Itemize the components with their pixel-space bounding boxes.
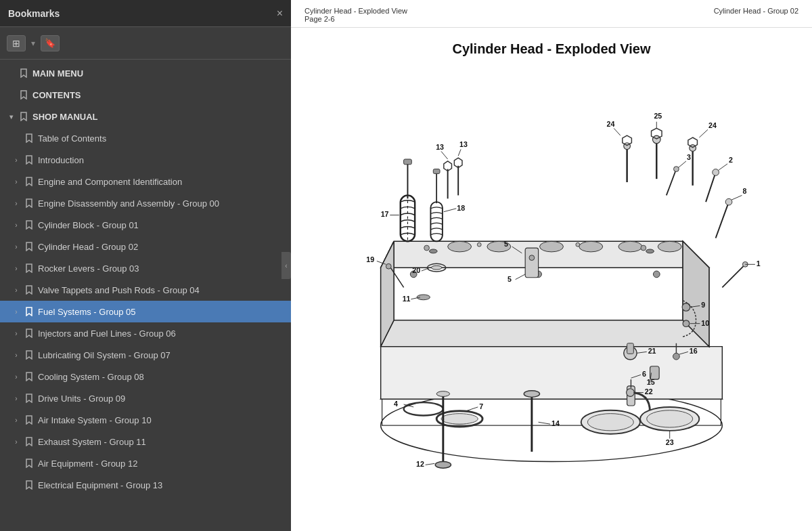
chevron-icon bbox=[11, 178, 22, 186]
collapse-handle[interactable]: ‹ bbox=[281, 252, 291, 279]
sidebar-item-label: Cylinder Head - Group 02 bbox=[38, 242, 286, 252]
sidebar-item-injectors[interactable]: Injectors and Fuel Lines - Group 06 bbox=[0, 322, 291, 344]
svg-text:14: 14 bbox=[551, 419, 560, 427]
sidebar-item-exhaust-system[interactable]: Exhaust System - Group 11 bbox=[0, 431, 291, 452]
sidebar-title: Bookmarks bbox=[8, 8, 60, 19]
svg-text:6: 6 bbox=[642, 370, 646, 378]
close-button[interactable]: × bbox=[277, 8, 283, 19]
sidebar-item-engine-disassembly[interactable]: Engine Disassembly and Assembly - Group … bbox=[0, 192, 291, 214]
bookmark-icon bbox=[24, 133, 34, 144]
chevron-icon bbox=[11, 286, 22, 294]
sidebar-item-drive-units[interactable]: Drive Units - Group 09 bbox=[0, 387, 291, 409]
bookmark-icon bbox=[19, 89, 28, 100]
sidebar-item-shop-manual[interactable]: SHOP MANUAL bbox=[0, 106, 291, 127]
svg-text:22: 22 bbox=[645, 387, 653, 396]
svg-point-41 bbox=[683, 320, 690, 327]
sidebar-item-label: Rocker Levers - Group 03 bbox=[38, 263, 286, 274]
page-content[interactable]: Cylinder Head - Exploded View bbox=[291, 28, 812, 531]
sidebar-toolbar: ⊞ ▾ 🔖 bbox=[0, 27, 291, 60]
svg-text:5: 5 bbox=[508, 275, 512, 283]
bookmark-icon bbox=[24, 436, 34, 447]
sidebar-item-air-intake[interactable]: Air Intake System - Group 10 bbox=[0, 409, 291, 431]
sidebar-item-label: Introduction bbox=[38, 155, 286, 165]
sidebar-item-rocker-levers[interactable]: Rocker Levers - Group 03 bbox=[0, 257, 291, 279]
sidebar-item-label: Valve Tappets and Push Rods - Group 04 bbox=[38, 285, 286, 295]
bookmark-icon bbox=[24, 241, 34, 252]
bookmark-icon bbox=[24, 393, 34, 404]
sidebar-item-label: Air Intake System - Group 10 bbox=[38, 415, 286, 425]
cylinder-head-diagram: 25 24 24 2 8 3 bbox=[328, 70, 775, 478]
chevron-icon bbox=[11, 330, 22, 337]
main-content: Cylinder Head - Exploded View Page 2-6 C… bbox=[291, 0, 812, 531]
sidebar-item-engine-id[interactable]: Engine and Component Identification bbox=[0, 171, 291, 192]
bookmark-icon bbox=[24, 458, 34, 469]
bookmark-search-icon: 🔖 bbox=[45, 38, 55, 48]
sidebar-item-cylinder-head[interactable]: Cylinder Head - Group 02 bbox=[0, 236, 291, 257]
sidebar-item-label: CONTENTS bbox=[32, 90, 286, 100]
sidebar-item-label: Cooling System - Group 08 bbox=[38, 372, 286, 382]
sidebar-item-label: Fuel Systems - Group 05 bbox=[38, 307, 286, 317]
svg-text:11: 11 bbox=[403, 295, 411, 303]
toolbar-separator: ▾ bbox=[31, 39, 35, 48]
svg-text:16: 16 bbox=[690, 347, 698, 355]
svg-text:21: 21 bbox=[648, 347, 656, 355]
grid-icon: ⊞ bbox=[12, 38, 20, 49]
svg-text:8: 8 bbox=[742, 187, 746, 195]
sidebar-item-contents[interactable]: CONTENTS bbox=[0, 84, 291, 106]
svg-text:13: 13 bbox=[436, 143, 444, 151]
svg-text:9: 9 bbox=[701, 301, 705, 309]
bookmark-search-button[interactable]: 🔖 bbox=[41, 35, 60, 51]
sidebar-item-label: Electrical Equipment - Group 13 bbox=[38, 480, 286, 490]
svg-line-118 bbox=[426, 463, 435, 465]
svg-point-127 bbox=[576, 242, 580, 247]
svg-point-28 bbox=[436, 391, 449, 397]
svg-text:4: 4 bbox=[394, 400, 398, 408]
sidebar-item-introduction[interactable]: Introduction bbox=[0, 149, 291, 171]
svg-line-80 bbox=[441, 151, 448, 159]
sidebar-item-label: Engine and Component Identification bbox=[38, 177, 286, 187]
svg-point-128 bbox=[429, 249, 437, 253]
svg-point-16 bbox=[431, 266, 442, 270]
bookmark-icon bbox=[24, 415, 34, 425]
svg-point-37 bbox=[587, 414, 633, 431]
svg-point-18 bbox=[653, 271, 660, 278]
svg-line-116 bbox=[466, 407, 478, 411]
grid-view-button[interactable]: ⊞ bbox=[7, 35, 26, 51]
svg-point-57 bbox=[725, 198, 732, 205]
diagram-container: 25 24 24 2 8 3 bbox=[311, 70, 792, 478]
sidebar-scroll[interactable]: MAIN MENU CONTENTS SHOP MANUAL Table of … bbox=[0, 60, 291, 531]
sidebar-item-valve-tappets[interactable]: Valve Tappets and Push Rods - Group 04 bbox=[0, 279, 291, 301]
svg-rect-39 bbox=[627, 343, 634, 354]
svg-point-61 bbox=[674, 167, 679, 172]
svg-text:20: 20 bbox=[412, 266, 420, 274]
svg-text:2: 2 bbox=[729, 156, 733, 164]
svg-text:15: 15 bbox=[647, 378, 655, 386]
svg-rect-14 bbox=[433, 169, 440, 174]
svg-line-60 bbox=[667, 169, 677, 196]
sidebar-item-table-of-contents[interactable]: Table of Contents bbox=[0, 127, 291, 149]
sidebar-item-label: Exhaust System - Group 11 bbox=[38, 437, 286, 447]
sidebar-item-main-menu[interactable]: MAIN MENU bbox=[0, 62, 291, 84]
page-header-right: Cylinder Head - Group 02 bbox=[714, 7, 798, 23]
chevron-icon bbox=[11, 221, 22, 229]
sidebar-item-cooling-system[interactable]: Cooling System - Group 08 bbox=[0, 366, 291, 387]
sidebar-item-electrical[interactable]: Electrical Equipment - Group 13 bbox=[0, 474, 291, 496]
svg-line-88 bbox=[444, 209, 456, 212]
sidebar-item-label: Cylinder Block - Group 01 bbox=[38, 220, 286, 230]
sidebar-item-label: Drive Units - Group 09 bbox=[38, 394, 286, 404]
sidebar-item-lube-oil[interactable]: Lubricating Oil System - Group 07 bbox=[0, 344, 291, 366]
sidebar-item-label: Table of Contents bbox=[38, 133, 286, 144]
chevron-icon bbox=[11, 373, 22, 381]
svg-point-5 bbox=[579, 241, 603, 252]
sidebar-item-label: MAIN MENU bbox=[32, 68, 286, 79]
svg-text:7: 7 bbox=[479, 402, 483, 410]
sidebar-item-cylinder-block[interactable]: Cylinder Block - Group 01 bbox=[0, 214, 291, 236]
sidebar-item-air-equipment[interactable]: Air Equipment - Group 12 bbox=[0, 452, 291, 474]
sidebar-item-fuel-systems[interactable]: Fuel Systems - Group 05 bbox=[0, 301, 291, 322]
bookmark-icon bbox=[24, 263, 34, 274]
svg-text:12: 12 bbox=[416, 460, 424, 468]
bookmark-icon bbox=[19, 68, 28, 79]
svg-point-55 bbox=[713, 169, 719, 176]
sidebar-item-label: Lubricating Oil System - Group 07 bbox=[38, 350, 286, 360]
bookmark-icon bbox=[24, 328, 34, 339]
